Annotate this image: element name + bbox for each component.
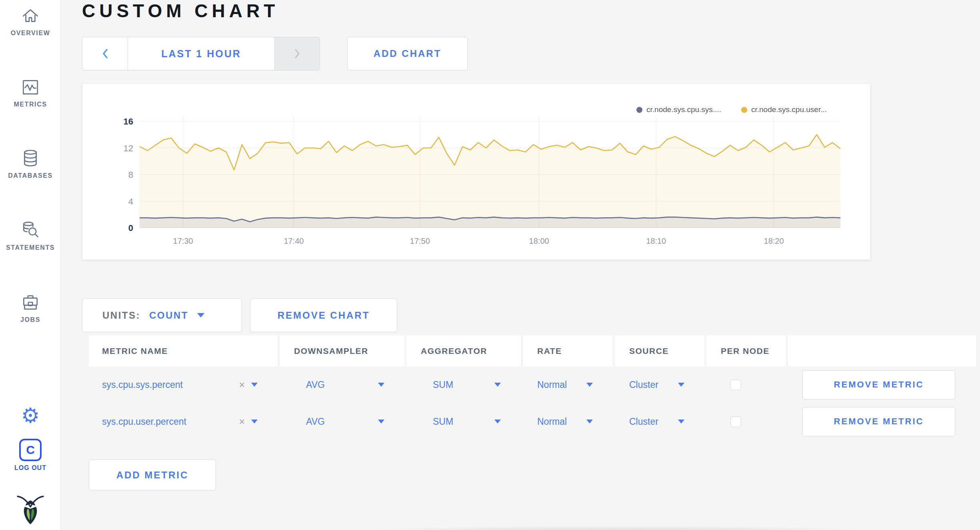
sidebar-item-label: METRICS [0,101,61,108]
logout-label: LOG OUT [14,464,46,471]
col-actions [788,335,976,366]
chevron-left-icon [102,48,108,59]
aggregator-select[interactable]: SUM [406,366,521,403]
sidebar-item-jobs[interactable]: JOBS [0,292,61,323]
legend-label: cr.node.sys.cpu.user... [751,105,827,114]
units-dropdown[interactable]: UNITS: COUNT [82,298,242,332]
rate-select[interactable]: Normal [523,366,613,403]
svg-text:18:00: 18:00 [529,237,549,245]
legend-item-user[interactable]: cr.node.sys.cpu.user... [741,105,827,114]
metric-name-value[interactable]: sys.cpu.user.percent [102,416,186,427]
chevron-down-icon [494,420,501,424]
metric-name-value[interactable]: sys.cpu.sys.percent [102,379,183,390]
source-select[interactable]: Cluster [615,366,704,403]
cockroach-icon [15,493,46,526]
statements-icon [20,220,40,240]
units-value: COUNT [149,310,188,321]
col-downsampler: DOWNSAMPLER [280,335,404,366]
sidebar-item-label: OVERVIEW [0,30,61,37]
svg-text:0: 0 [128,223,133,233]
svg-text:16: 16 [124,116,133,126]
units-label: UNITS: [102,310,140,321]
rate-select[interactable]: Normal [523,403,613,440]
databases-icon [20,148,40,168]
actions-cell: REMOVE METRIC [788,366,976,403]
page-title: CUSTOM CHART [82,0,279,22]
per-node-cell [706,366,786,403]
chart-legend: cr.node.sys.cpu.sys.... cr.node.sys.cpu.… [636,105,827,114]
legend-label: cr.node.sys.cpu.sys.... [646,105,721,114]
sidebar-item-settings[interactable]: ⚙ [0,405,61,426]
metrics-icon [20,77,40,97]
jobs-icon [20,292,40,312]
logout-icon: C [19,439,42,461]
per-node-checkbox[interactable] [730,379,741,390]
chevron-down-icon[interactable] [251,420,258,424]
downsampler-select[interactable]: AVG [280,366,404,403]
aggregator-select[interactable]: SUM [406,403,521,440]
chevron-down-icon [678,383,684,387]
time-range-dropdown[interactable]: LAST 1 HOUR [128,37,274,70]
sidebar-item-label: JOBS [0,316,61,323]
sidebar-item-metrics[interactable]: METRICS [0,77,61,108]
time-next-button[interactable] [274,37,320,70]
metric-name-cell: sys.cpu.sys.percent × [89,366,278,403]
per-node-checkbox[interactable] [730,416,741,427]
add-metric-button[interactable]: ADD METRIC [89,460,216,490]
remove-chart-button[interactable]: REMOVE CHART [250,298,397,332]
svg-text:4: 4 [128,197,133,207]
chevron-down-icon [378,420,384,424]
svg-text:17:40: 17:40 [284,237,304,245]
table-row: sys.cpu.user.percent × AVG SUM Normal Cl… [89,403,976,440]
legend-dot-sys [636,107,642,113]
chevron-down-icon [197,313,204,317]
chart-panel: 17:3017:4017:5018:0018:1018:200481216 cr… [82,83,870,260]
col-rate: RATE [523,335,613,366]
sidebar-item-statements[interactable]: STATEMENTS [0,220,61,251]
clear-metric-icon[interactable]: × [239,416,245,428]
col-source: SOURCE [615,335,704,366]
add-chart-button[interactable]: ADD CHART [347,37,468,70]
source-select[interactable]: Cluster [615,403,704,440]
cockroachdb-logo [0,493,61,528]
time-prev-button[interactable] [82,37,128,70]
table-header-row: METRIC NAME DOWNSAMPLER AGGREGATOR RATE … [89,335,976,366]
metric-name-cell: sys.cpu.user.percent × [89,403,278,440]
svg-text:18:10: 18:10 [646,237,666,245]
per-node-cell [706,403,786,440]
sidebar-item-label: DATABASES [0,172,61,179]
sidebar: OVERVIEW METRICS DATABASES STATEMENTS [0,0,61,530]
svg-text:17:50: 17:50 [410,237,430,245]
sidebar-item-label: STATEMENTS [0,244,61,251]
svg-text:18:20: 18:20 [764,237,784,245]
time-toolbar: LAST 1 HOUR [82,37,320,70]
gear-icon: ⚙ [21,404,40,427]
legend-item-sys[interactable]: cr.node.sys.cpu.sys.... [636,105,721,114]
sidebar-item-databases[interactable]: DATABASES [0,148,61,179]
table-row: sys.cpu.sys.percent × AVG SUM Normal Clu… [89,366,976,403]
chevron-down-icon [586,420,593,424]
remove-metric-button[interactable]: REMOVE METRIC [802,407,955,436]
col-aggregator: AGGREGATOR [406,335,521,366]
chevron-down-icon [678,420,684,424]
svg-text:17:30: 17:30 [173,237,193,245]
chevron-down-icon [494,383,501,387]
chevron-down-icon [378,383,384,387]
svg-text:8: 8 [128,170,133,180]
downsampler-select[interactable]: AVG [280,403,404,440]
metrics-table: METRIC NAME DOWNSAMPLER AGGREGATOR RATE … [89,335,976,440]
sidebar-item-logout[interactable]: C LOG OUT [0,439,61,472]
remove-metric-button[interactable]: REMOVE METRIC [802,370,955,400]
home-icon [20,6,40,26]
actions-cell: REMOVE METRIC [788,403,976,440]
svg-text:12: 12 [124,143,133,153]
col-metric-name: METRIC NAME [89,335,278,366]
clear-metric-icon[interactable]: × [239,379,245,391]
main-content: CUSTOM CHART LAST 1 HOUR ADD CHART 17:30… [61,0,980,530]
legend-dot-user [741,107,747,113]
chevron-right-icon [294,48,300,59]
bottom-shadow [252,524,980,530]
sidebar-item-overview[interactable]: OVERVIEW [0,6,61,37]
chevron-down-icon[interactable] [251,383,258,387]
chevron-down-icon [586,383,593,387]
